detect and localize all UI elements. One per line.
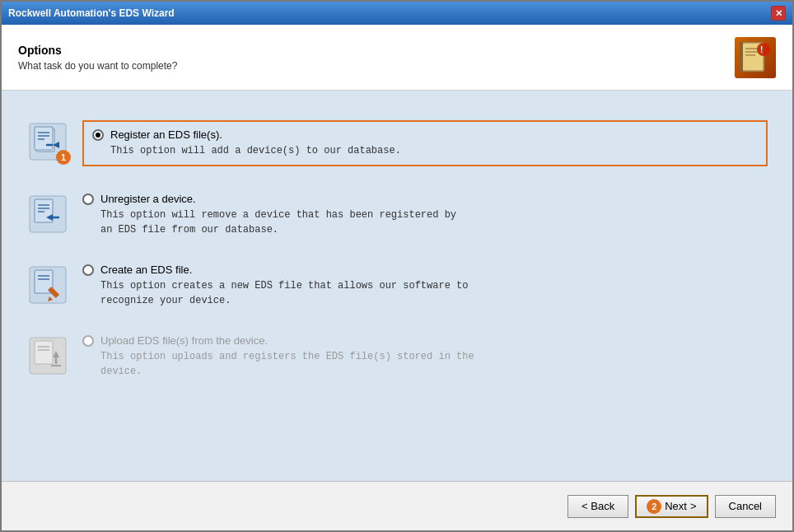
selected-box: Register an EDS file(s). This option wil… <box>82 120 768 166</box>
option-icon-unregister <box>26 193 69 236</box>
option-content-register: Register an EDS file(s). This option wil… <box>82 120 768 166</box>
back-button[interactable]: < Back <box>567 495 628 518</box>
option-row-upload: Upload EDS file(s) from the device. This… <box>26 321 768 392</box>
close-button[interactable]: ✕ <box>771 6 786 21</box>
svg-rect-7 <box>740 42 743 72</box>
main-body: 1 Register an EDS file(s). This option w… <box>2 91 792 481</box>
radio-register[interactable] <box>92 129 104 141</box>
step-badge-1: 1 <box>56 150 71 165</box>
option-content-create: Create an EDS file. This option creates … <box>82 264 768 308</box>
window-title: Rockwell Automation's EDS Wizard <box>8 7 175 19</box>
next-button[interactable]: 2 Next > <box>635 495 708 518</box>
next-arrow: > <box>690 500 697 512</box>
header-subtitle: What task do you want to complete? <box>18 60 177 72</box>
create-icon <box>28 265 68 305</box>
option-label-unregister: Unregister a device. <box>82 193 768 205</box>
option-title-upload: Upload EDS file(s) from the device. <box>100 334 268 347</box>
wizard-icon-svg: ! <box>735 37 776 78</box>
option-row-create: Create an EDS file. This option creates … <box>26 250 768 321</box>
wizard-icon: ! <box>735 37 776 78</box>
option-label-create: Create an EDS file. <box>82 264 768 276</box>
option-row-unregister: Unregister a device. This option will re… <box>26 180 768 250</box>
option-desc-register: This option will add a device(s) to our … <box>110 143 758 158</box>
upload-icon <box>28 336 68 376</box>
svg-rect-10 <box>35 127 53 150</box>
svg-text:!: ! <box>760 45 763 54</box>
option-title-unregister: Unregister a device. <box>100 193 196 205</box>
option-desc-unregister: This option will remove a device that ha… <box>100 208 768 237</box>
option-label-register: Register an EDS file(s). <box>92 128 758 141</box>
header-section: Options What task do you want to complet… <box>2 25 792 91</box>
option-icon-create <box>26 264 69 306</box>
option-icon-register: 1 <box>26 120 69 163</box>
unregister-icon <box>28 194 68 234</box>
radio-unregister[interactable] <box>82 194 94 205</box>
option-icon-upload <box>26 334 69 377</box>
option-content-unregister: Unregister a device. This option will re… <box>82 193 768 237</box>
svg-point-5 <box>757 43 770 56</box>
radio-create[interactable] <box>82 264 94 276</box>
option-title-create: Create an EDS file. <box>100 264 192 276</box>
header-title: Options <box>18 44 177 57</box>
header-text: Options What task do you want to complet… <box>18 44 177 72</box>
next-label: Next <box>665 500 687 512</box>
cancel-button[interactable]: Cancel <box>715 495 776 518</box>
radio-upload <box>82 335 94 347</box>
title-bar: Rockwell Automation's EDS Wizard ✕ <box>2 2 792 25</box>
option-label-upload: Upload EDS file(s) from the device. <box>82 334 768 347</box>
next-badge: 2 <box>647 499 661 514</box>
option-row-register: 1 Register an EDS file(s). This option w… <box>26 107 768 180</box>
option-desc-upload: This option uploads and registers the ED… <box>100 349 768 379</box>
footer-bar: < Back 2 Next > Cancel <box>2 481 792 530</box>
option-desc-create: This option creates a new EDS file that … <box>100 278 768 308</box>
option-title-register: Register an EDS file(s). <box>110 128 222 141</box>
main-window: Rockwell Automation's EDS Wizard ✕ Optio… <box>0 0 794 532</box>
option-content-upload: Upload EDS file(s) from the device. This… <box>82 334 768 379</box>
svg-rect-30 <box>35 341 53 364</box>
